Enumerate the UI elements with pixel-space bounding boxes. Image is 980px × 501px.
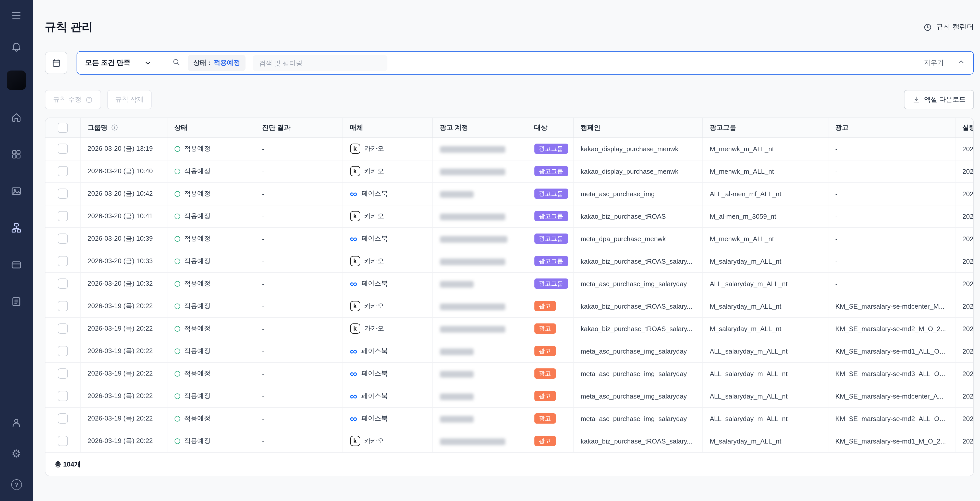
row-checkbox[interactable] [58,211,68,221]
report-list-icon[interactable] [10,295,22,308]
info-icon[interactable] [110,124,118,132]
excel-download-button[interactable]: 엑셀 다운로드 [904,90,974,109]
campaign-cell: meta_asc_purchase_img_salaryday [581,370,695,377]
dashboard-grid-icon[interactable] [10,148,22,160]
condition-dropdown[interactable]: 모든 조건 만족 [85,58,151,67]
ad-cell: - [835,168,948,175]
bell-icon[interactable] [10,40,22,53]
status-chip-prefix: 상태 : [193,58,210,67]
table-row[interactable]: 2026-03-20 (금) 10:32 적용예정 - ∞ 페이스북 광고그룹 … [45,272,974,295]
billing-card-icon[interactable] [10,258,22,271]
target-badge: 광고 [534,346,555,356]
media-cell: 페이스북 [361,414,388,423]
row-checkbox[interactable] [58,256,68,266]
table-row[interactable]: 2026-03-19 (목) 20:22 적용예정 - k 카카오 광고 kak… [45,295,974,317]
row-checkbox[interactable] [58,188,68,199]
diagnosis-cell: - [262,212,264,220]
col-group-name: 그룹명 [88,123,107,132]
row-checkbox[interactable] [58,166,68,176]
table-row[interactable]: 2026-03-19 (목) 20:22 적용예정 - ∞ 페이스북 광고 me… [45,407,974,430]
row-checkbox[interactable] [58,436,68,446]
table-row[interactable]: 2026-03-20 (금) 10:41 적용예정 - k 카카오 광고그룹 k… [45,205,974,227]
home-icon[interactable] [10,112,22,124]
status-cell: 적용예정 [184,324,210,333]
row-checkbox[interactable] [58,391,68,401]
table-row[interactable]: 2026-03-19 (목) 20:22 적용예정 - ∞ 페이스북 광고 me… [45,340,974,362]
campaign-cell: kakao_display_purchase_menwk [581,168,695,175]
media-cell: 카카오 [364,257,384,266]
group-name-cell: 2026-03-19 (목) 20:22 [88,391,159,400]
row-checkbox[interactable] [58,144,68,154]
table-row[interactable]: 2026-03-19 (목) 20:22 적용예정 - k 카카오 광고 kak… [45,317,974,340]
chevron-up-icon[interactable] [957,58,965,68]
rule-calendar-link[interactable]: 규칙 캘린더 [923,22,974,32]
diagnosis-cell: - [262,190,264,198]
diagnosis-cell: - [262,257,264,265]
media-cell: 카카오 [364,167,384,176]
blurred-ad-account [440,168,505,175]
delete-rule-button[interactable]: 규칙 삭제 [107,90,151,109]
kakao-icon: k [350,301,360,311]
diagnosis-cell: - [262,145,264,153]
adgroup-cell: M_menwk_m_ALL_nt [710,145,821,153]
page-title: 규칙 관리 [45,19,93,35]
row-checkbox[interactable] [58,369,68,379]
col-diagnosis: 진단 결과 [255,118,342,137]
campaign-cell: meta_asc_purchase_img_salaryday [581,392,695,400]
status-filter-chip[interactable]: 상태 : 적용예정 [188,55,246,71]
row-checkbox[interactable] [58,233,68,244]
blurred-ad-account [440,213,505,220]
row-checkbox[interactable] [58,301,68,311]
table-row[interactable]: 2026-03-20 (금) 13:19 적용예정 - k 카카오 광고그룹 k… [45,137,974,160]
blurred-ad-account [440,281,473,287]
group-name-cell: 2026-03-19 (목) 20:22 [88,302,159,311]
group-name-cell: 2026-03-20 (금) 10:42 [88,189,159,198]
campaign-cell: meta_asc_purchase_img_salaryday [581,347,695,355]
table-row[interactable]: 2026-03-20 (금) 10:33 적용예정 - k 카카오 광고그룹 k… [45,250,974,272]
row-checkbox[interactable] [58,278,68,289]
edit-rule-button[interactable]: 규칙 수정 [45,90,101,109]
clear-filters-button[interactable]: 지우기 [924,58,944,67]
blurred-ad-account [440,371,473,377]
exec-cell: 202 [963,325,974,332]
col-adgroup: 광고그룹 [702,118,828,137]
menu-icon[interactable] [10,9,22,21]
calendar-filter-button[interactable] [45,52,67,74]
campaign-cell: meta_asc_purchase_img_salaryday [581,415,695,422]
rules-flow-icon[interactable] [10,222,22,234]
condition-label: 모든 조건 만족 [85,58,130,67]
media-cell: 페이스북 [361,279,388,288]
group-name-cell: 2026-03-20 (금) 10:39 [88,234,159,243]
select-all-checkbox[interactable] [58,123,68,133]
row-checkbox[interactable] [58,346,68,356]
table-row[interactable]: 2026-03-19 (목) 20:22 적용예정 - ∞ 페이스북 광고 me… [45,385,974,407]
diagnosis-cell: - [262,415,264,422]
ad-cell: - [835,257,948,265]
gear-icon[interactable]: ⚙ [10,447,22,460]
search-input[interactable] [253,55,388,71]
blurred-ad-account [440,191,473,198]
group-name-cell: 2026-03-20 (금) 10:33 [88,257,159,266]
diagnosis-cell: - [262,168,264,175]
table-row[interactable]: 2026-03-19 (목) 20:22 적용예정 - ∞ 페이스북 광고 me… [45,362,974,385]
table-row[interactable]: 2026-03-19 (목) 20:22 적용예정 - k 카카오 광고 kak… [45,430,974,452]
media-cell: 페이스북 [361,189,388,198]
media-cell: 페이스북 [361,391,388,400]
row-checkbox[interactable] [58,324,68,333]
row-checkbox[interactable] [58,413,68,424]
user-icon[interactable] [10,416,22,428]
target-badge: 광고그룹 [534,233,568,244]
sidebar-nav [10,112,22,308]
table-scroll-area[interactable]: 그룹명 상태 진단 결과 매체 광고 계정 대상 캠페인 광고그룹 광고 [45,118,974,452]
adgroup-cell: M_salaryday_m_ALL_nt [710,325,821,332]
table-row[interactable]: 2026-03-20 (금) 10:39 적용예정 - ∞ 페이스북 광고그룹 … [45,227,974,250]
status-cell: 적용예정 [184,212,210,221]
target-badge: 광고 [534,369,555,379]
table-row[interactable]: 2026-03-20 (금) 10:40 적용예정 - k 카카오 광고그룹 k… [45,160,974,182]
help-icon[interactable]: ? [10,479,22,491]
sidebar-bottom: ⚙ ? [10,416,22,491]
table-row[interactable]: 2026-03-20 (금) 10:42 적용예정 - ∞ 페이스북 광고그룹 … [45,182,974,205]
info-icon [85,96,93,104]
media-library-icon[interactable] [10,185,22,197]
app-logo[interactable] [6,70,26,90]
